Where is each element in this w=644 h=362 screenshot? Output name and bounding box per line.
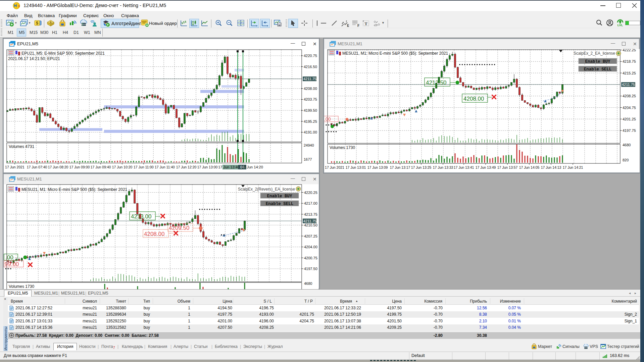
svg-text:4213.00: 4213.00 bbox=[131, 213, 151, 220]
svg-text:17 Jun 13:00: 17 Jun 13:00 bbox=[197, 165, 218, 169]
svg-text:Volumes 1730: Volumes 1730 bbox=[330, 145, 355, 150]
svg-text:4211.75: 4211.75 bbox=[303, 219, 316, 223]
svg-text:17 Jun 11:00: 17 Jun 11:00 bbox=[134, 165, 154, 169]
svg-text:Volumes 4731: Volumes 4731 bbox=[9, 144, 34, 149]
svg-text:17 Jun 09:00: 17 Jun 09:00 bbox=[69, 165, 90, 169]
svg-text:MESU21, M1: Micro E-mini S&P: MESU21, M1: Micro E-mini S&P 500 ($5): S… bbox=[21, 187, 128, 192]
svg-text:17 Jun 12:20: 17 Jun 12:20 bbox=[176, 165, 197, 169]
svg-text:Enable BUY: Enable BUY bbox=[585, 59, 610, 64]
svg-text:4208.25: 4208.25 bbox=[623, 94, 636, 98]
svg-text:.00: .00 bbox=[5, 254, 13, 261]
svg-text:17 Jun 07:40: 17 Jun 07:40 bbox=[27, 165, 47, 169]
svg-text:17 Jun 13:40: 17 Jun 13:40 bbox=[218, 165, 240, 169]
svg-text:17 Jun 13:41: 17 Jun 13:41 bbox=[454, 165, 474, 169]
svg-text:4208.00: 4208.00 bbox=[144, 231, 164, 237]
svg-text:17 Jun 14:21: 17 Jun 14:21 bbox=[563, 165, 583, 169]
svg-text:4203.75: 4203.75 bbox=[304, 97, 317, 101]
svg-text:17 Jun 13:09: 17 Jun 13:09 bbox=[367, 165, 388, 169]
svg-text:F: F bbox=[357, 24, 359, 28]
svg-text:4204.00: 4204.00 bbox=[304, 245, 317, 249]
svg-text:17 Jun 13:25: 17 Jun 13:25 bbox=[411, 165, 432, 169]
svg-text:17 Jun 13:57: 17 Jun 13:57 bbox=[497, 165, 518, 169]
svg-text:4216.50: 4216.50 bbox=[304, 65, 317, 69]
svg-text:4201.25: 4201.25 bbox=[623, 117, 636, 121]
svg-text:.00: .00 bbox=[324, 116, 331, 122]
svg-text:2021.06.17 14:21:50; EPU21: 2021.06.17 14:21:50; EPU21 bbox=[8, 56, 60, 61]
svg-text:17 Jun 10:20: 17 Jun 10:20 bbox=[112, 165, 133, 169]
svg-text:Enable SELL: Enable SELL bbox=[266, 202, 294, 206]
svg-text:4680: 4680 bbox=[623, 143, 631, 147]
svg-text:17 Jun 2021: 17 Jun 2021 bbox=[5, 165, 24, 169]
svg-text:99.00: 99.00 bbox=[5, 261, 19, 267]
svg-text:17 Jun 13:49: 17 Jun 13:49 bbox=[476, 165, 496, 169]
svg-text:4210.50: 4210.50 bbox=[304, 223, 317, 227]
svg-text:T: T bbox=[364, 21, 367, 26]
svg-text:17 Jun 11:40: 17 Jun 11:40 bbox=[155, 165, 175, 169]
svg-text:4204.75: 4204.75 bbox=[623, 106, 636, 110]
svg-text:4191.00: 4191.00 bbox=[304, 130, 317, 134]
svg-text:17 Jun 08:20: 17 Jun 08:20 bbox=[48, 165, 68, 169]
svg-text:ScalpEx_2(Revers)_EA_license: ScalpEx_2(Revers)_EA_license bbox=[238, 187, 295, 192]
svg-text:4208.00: 4208.00 bbox=[304, 87, 317, 91]
svg-text:4208.00: 4208.00 bbox=[463, 96, 484, 102]
svg-text:820: 820 bbox=[623, 158, 629, 162]
svg-text:4212.50: 4212.50 bbox=[426, 80, 446, 86]
svg-text:ScalpEx_2_EA_license: ScalpEx_2_EA_license bbox=[574, 51, 615, 56]
svg-text:4197.50: 4197.50 bbox=[304, 267, 317, 271]
svg-text:5: 5 bbox=[18, 5, 20, 8]
svg-text:17 Jun 14:20: 17 Jun 14:20 bbox=[242, 165, 263, 169]
svg-text:4211.75: 4211.75 bbox=[303, 77, 316, 81]
svg-text:17 Jun 14:05: 17 Jun 14:05 bbox=[519, 165, 540, 169]
svg-text:24940: 24940 bbox=[304, 143, 314, 147]
svg-text:$: $ bbox=[36, 21, 38, 25]
svg-text:4211.75: 4211.75 bbox=[622, 83, 635, 87]
svg-text:4209.50: 4209.50 bbox=[169, 225, 189, 231]
svg-text:E: E bbox=[347, 24, 349, 28]
svg-text:17 Jun 13:33: 17 Jun 13:33 bbox=[433, 165, 453, 169]
svg-text:17 Jun 13:01: 17 Jun 13:01 bbox=[346, 165, 366, 169]
svg-text:17 Jun 13:17: 17 Jun 13:17 bbox=[390, 165, 410, 169]
svg-text:4680: 4680 bbox=[304, 281, 312, 286]
svg-text:1677: 1677 bbox=[304, 157, 312, 161]
svg-text:4220.25: 4220.25 bbox=[304, 191, 317, 195]
svg-text:17 Jun 2021: 17 Jun 2021 bbox=[325, 165, 344, 169]
svg-text:Enable SELL: Enable SELL bbox=[584, 67, 612, 72]
svg-text:17 Jun 09:40: 17 Jun 09:40 bbox=[91, 165, 111, 169]
svg-text:Volumes 1730: Volumes 1730 bbox=[9, 284, 34, 289]
svg-text:4220.75: 4220.75 bbox=[304, 54, 317, 58]
svg-text:4218.75: 4218.75 bbox=[623, 59, 636, 63]
svg-text:4195.25: 4195.25 bbox=[304, 119, 317, 123]
svg-text:EPU21, M5: E-Mini S&P 500: Se: EPU21, M5: E-Mini S&P 500: September 202… bbox=[21, 51, 105, 56]
svg-text:LVL: LVL bbox=[617, 23, 623, 27]
svg-text:5: 5 bbox=[50, 21, 51, 24]
svg-text:17 Jun 14:13: 17 Jun 14:13 bbox=[541, 165, 561, 169]
svg-text:4222.25: 4222.25 bbox=[623, 49, 636, 52]
svg-text:4200.75: 4200.75 bbox=[304, 256, 317, 260]
svg-text:4197.75: 4197.75 bbox=[623, 128, 636, 133]
svg-text:4217.00: 4217.00 bbox=[304, 201, 317, 205]
svg-text:4207.25: 4207.25 bbox=[304, 234, 317, 238]
svg-text:4213.75: 4213.75 bbox=[304, 212, 317, 216]
svg-text:4215.25: 4215.25 bbox=[623, 71, 636, 75]
svg-text:4199.50: 4199.50 bbox=[304, 108, 317, 112]
svg-text:MESU21, M1: Micro E-mini S&P: MESU21, M1: Micro E-mini S&P 500 ($5): S… bbox=[342, 51, 448, 56]
svg-text:Enable BUY: Enable BUY bbox=[267, 194, 292, 199]
